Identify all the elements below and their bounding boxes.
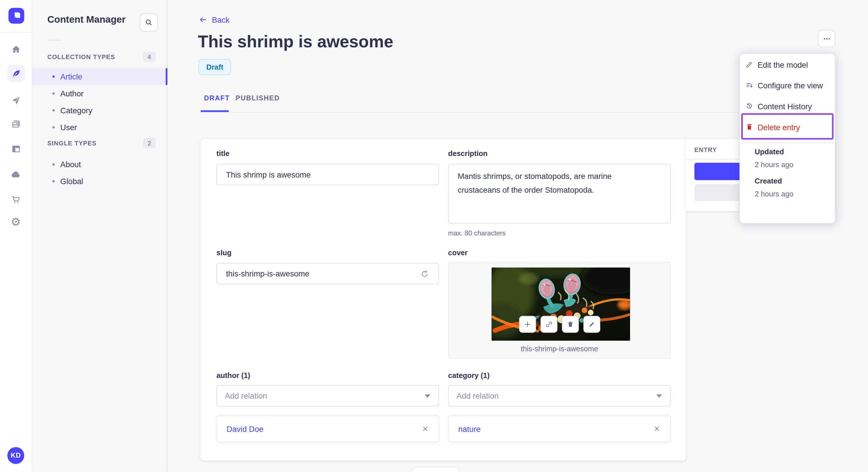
single-types-count: 2 xyxy=(143,138,156,148)
subnav-item-user[interactable]: User xyxy=(32,119,167,136)
screen: ⚙ KD Content Manager COLLECTION TYPES 4 … xyxy=(0,0,868,472)
sidebar-item-home[interactable] xyxy=(0,40,32,58)
app-window: ⚙ KD Content Manager COLLECTION TYPES 4 … xyxy=(0,0,868,472)
entry-panel-title: ENTRY xyxy=(694,146,717,154)
pencil-icon xyxy=(588,320,595,328)
close-icon xyxy=(653,425,661,433)
created-value: 2 hours ago xyxy=(755,190,794,198)
author-relation-link[interactable]: David Doe xyxy=(226,425,263,433)
category-relation-item: nature xyxy=(448,415,671,442)
sidebar-item-media-library[interactable] xyxy=(0,115,32,133)
cover-caption: this-shrimp-is-awesome xyxy=(448,345,670,353)
bullet-icon xyxy=(53,163,55,165)
cover-add-button[interactable] xyxy=(519,316,536,333)
author-relation-combobox[interactable]: Add relation xyxy=(216,385,439,407)
search-icon xyxy=(144,18,153,27)
cart-icon xyxy=(10,194,21,204)
description-value: Mantis shrimps, or stomatopods, are mari… xyxy=(458,169,649,196)
cover-actions xyxy=(448,316,670,333)
bullet-icon xyxy=(53,92,55,95)
bullet-icon xyxy=(53,109,55,111)
cover-delete-button[interactable] xyxy=(562,316,579,333)
subnav-item-label: About xyxy=(60,160,81,169)
author-field-label: author (1) xyxy=(216,371,250,379)
more-actions-menu: Edit the model Configure the view Conten… xyxy=(739,54,835,224)
bullet-icon xyxy=(53,180,55,182)
menu-item-configure-view[interactable]: Configure the view xyxy=(740,75,836,96)
menu-item-edit-model[interactable]: Edit the model xyxy=(740,54,836,75)
description-textarea[interactable]: Mantis shrimps, or stomatopods, are mari… xyxy=(448,164,671,224)
rail-divider xyxy=(0,32,32,33)
created-label: Created xyxy=(755,177,782,185)
feather-icon xyxy=(11,69,21,78)
sidebar-item-content-manager[interactable] xyxy=(7,65,25,82)
trash-icon xyxy=(745,123,753,131)
sidebar-item-marketplace[interactable] xyxy=(0,191,32,208)
layout-icon xyxy=(10,143,21,154)
category-field-label: category (1) xyxy=(448,371,490,379)
subnav-item-label: Article xyxy=(60,72,82,81)
remove-category-relation-button[interactable] xyxy=(653,425,661,433)
sidebar-item-settings[interactable]: ⚙ xyxy=(0,213,32,231)
arrow-left-icon xyxy=(198,15,207,24)
menu-item-label: Delete entry xyxy=(757,123,800,131)
title-input[interactable]: This shrimp is awesome xyxy=(216,164,439,185)
menu-item-content-history[interactable]: Content History xyxy=(740,96,836,117)
tab-published[interactable]: PUBLISHED xyxy=(236,94,280,102)
subnav-item-global[interactable]: Global xyxy=(32,173,167,190)
collection-types-count: 4 xyxy=(143,52,156,62)
search-button[interactable] xyxy=(140,13,158,32)
sidebar-item-content-type-builder[interactable] xyxy=(0,140,32,158)
strapi-logo[interactable] xyxy=(8,8,24,24)
author-combobox-placeholder: Add relation xyxy=(225,392,267,400)
subnav-item-article[interactable]: Article xyxy=(32,68,167,85)
tab-draft[interactable]: DRAFT xyxy=(204,94,230,102)
chevron-down-icon xyxy=(425,394,431,398)
updated-label: Updated xyxy=(755,147,784,156)
subnav-item-category[interactable]: Category xyxy=(32,102,167,119)
menu-item-label: Edit the model xyxy=(757,60,808,69)
subnav-item-label: Category xyxy=(60,106,92,115)
regenerate-icon[interactable] xyxy=(420,269,429,278)
plus-icon xyxy=(523,320,531,328)
subnav-title: Content Manager xyxy=(48,14,126,25)
content-manager-subnav: Content Manager COLLECTION TYPES 4 Artic… xyxy=(32,0,167,472)
bottom-floating-widget[interactable] xyxy=(412,467,459,472)
status-badge: Draft xyxy=(198,59,231,75)
sidebar-item-releases[interactable] xyxy=(0,91,32,109)
cover-field-label: cover xyxy=(448,248,468,257)
subnav-item-author[interactable]: Author xyxy=(32,85,167,102)
slug-input[interactable]: this-shrimp-is-awesome xyxy=(216,263,439,284)
subnav-divider xyxy=(48,40,61,40)
category-relation-combobox[interactable]: Add relation xyxy=(448,385,671,407)
icon-rail: ⚙ KD xyxy=(0,0,32,472)
more-actions-button[interactable] xyxy=(818,30,835,47)
cover-field: this-shrimp-is-awesome xyxy=(448,262,671,359)
slug-input-value: this-shrimp-is-awesome xyxy=(226,269,309,278)
collection-types-label: COLLECTION TYPES xyxy=(48,54,115,61)
back-link[interactable]: Back xyxy=(198,15,229,24)
user-avatar[interactable]: KD xyxy=(7,447,24,464)
remove-author-relation-button[interactable] xyxy=(422,425,429,433)
subnav-item-about[interactable]: About xyxy=(32,156,167,173)
cover-copy-link-button[interactable] xyxy=(540,316,557,333)
category-relation-link[interactable]: nature xyxy=(458,425,480,433)
page-title: This shrimp is awesome xyxy=(198,32,393,51)
description-helper: max. 80 characters xyxy=(448,229,505,237)
avatar-initials: KD xyxy=(11,452,21,460)
sidebar-item-deploy[interactable] xyxy=(0,165,32,183)
menu-item-delete-entry[interactable]: Delete entry xyxy=(740,116,836,137)
author-relation-item: David Doe xyxy=(216,415,439,442)
edit-form-card: title This shrimp is awesome description… xyxy=(200,139,686,461)
cloud-icon xyxy=(10,169,21,180)
home-icon xyxy=(10,43,21,54)
paper-plane-icon xyxy=(10,95,21,105)
gear-icon: ⚙ xyxy=(11,216,21,227)
description-field-label: description xyxy=(448,149,488,158)
single-types-label: SINGLE TYPES xyxy=(48,140,96,146)
configure-view-icon xyxy=(745,81,753,90)
menu-item-label: Configure the view xyxy=(757,81,823,90)
cover-edit-button[interactable] xyxy=(583,316,600,333)
title-input-value: This shrimp is awesome xyxy=(226,170,311,179)
bullet-icon xyxy=(53,75,55,78)
